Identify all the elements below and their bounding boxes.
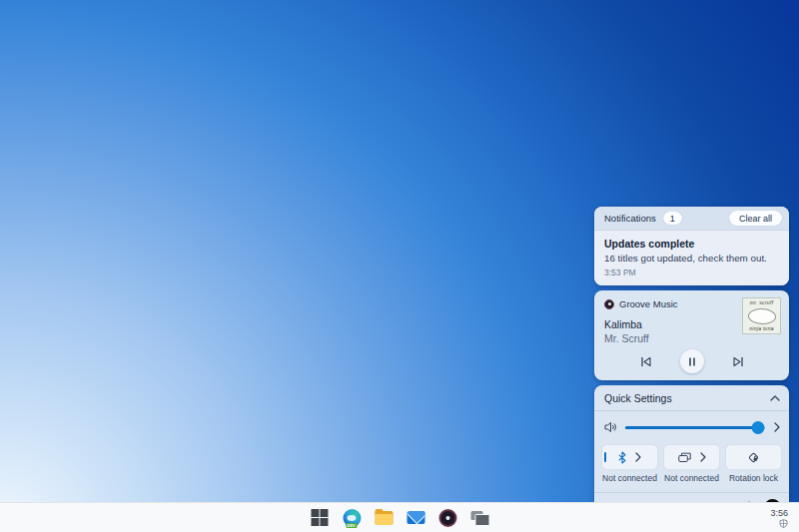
notifications-title: Notifications [604, 213, 656, 224]
edge-dev-button[interactable]: DEV [343, 508, 362, 527]
task-view-button[interactable] [470, 508, 489, 527]
taskbar-center-icons: DEV [311, 503, 489, 532]
system-tray[interactable]: 3:56 [770, 503, 790, 532]
cast-tile: Not connected [664, 445, 719, 483]
rotation-lock-tile: Rotation lock [726, 445, 781, 483]
shield-icon[interactable] [779, 519, 788, 528]
album-art: mr. scruff ninja tuna [742, 297, 781, 334]
groove-music-icon [604, 299, 614, 309]
task-view-icon [471, 511, 488, 524]
previous-icon [640, 356, 652, 367]
rotation-lock-icon [747, 451, 760, 464]
notification-body: 16 titles got updated, check them out. [604, 253, 779, 264]
volume-row [594, 411, 789, 442]
pause-button[interactable] [680, 349, 704, 373]
cast-icon [678, 452, 691, 463]
notification-item[interactable]: Updates complete 16 titles got updated, … [594, 230, 789, 285]
next-track-button[interactable] [732, 356, 744, 367]
next-icon [732, 356, 744, 367]
cast-button[interactable] [664, 445, 719, 469]
mail-icon [406, 511, 424, 524]
rotation-lock-button[interactable] [726, 445, 781, 469]
bluetooth-icon [618, 451, 626, 464]
quick-settings-header: Quick Settings [594, 385, 789, 411]
groove-music-icon [438, 509, 456, 527]
mail-button[interactable] [406, 508, 425, 527]
cast-label: Not connected [664, 473, 719, 483]
media-card: Groove Music Kalimba Mr. Scruff mr. scru… [594, 290, 789, 380]
bluetooth-tile: Not connected [602, 445, 657, 483]
quick-settings-title: Quick Settings [604, 392, 672, 404]
folder-icon [375, 511, 393, 525]
quick-settings-buttons: Not connected Not connected [594, 442, 789, 483]
edge-dev-badge: DEV [346, 523, 357, 528]
speaker-icon [604, 421, 617, 433]
bluetooth-flyout-chevron-icon[interactable] [635, 452, 641, 462]
media-app-name: Groove Music [619, 298, 678, 309]
album-art-blob [748, 308, 776, 324]
notifications-card: Notifications 1 Clear all Updates comple… [594, 207, 789, 285]
volume-slider-thumb[interactable] [752, 421, 765, 434]
clear-all-button[interactable]: Clear all [729, 211, 782, 226]
focus-indicator [604, 452, 606, 462]
media-controls [604, 349, 779, 373]
notification-time: 3:53 PM [604, 267, 779, 277]
album-art-line2: ninja tuna [749, 326, 774, 331]
notifications-header: Notifications 1 Clear all [594, 207, 789, 230]
edge-icon: DEV [343, 509, 361, 527]
clock[interactable]: 3:56 [770, 508, 788, 518]
windows-logo-icon [311, 509, 329, 527]
file-explorer-button[interactable] [375, 508, 394, 527]
volume-slider[interactable] [625, 421, 765, 433]
volume-slider-fill [625, 426, 758, 429]
previous-track-button[interactable] [640, 356, 652, 367]
bluetooth-label: Not connected [602, 473, 657, 483]
collapse-button[interactable] [770, 395, 780, 401]
bluetooth-button[interactable] [602, 445, 657, 469]
action-center-panel: Notifications 1 Clear all Updates comple… [594, 207, 789, 522]
taskbar: DEV 3:56 [0, 502, 799, 532]
groove-music-button[interactable] [438, 508, 457, 527]
desktop: Notifications 1 Clear all Updates comple… [0, 0, 799, 532]
cast-flyout-chevron-icon[interactable] [700, 452, 706, 462]
volume-flyout-chevron-icon[interactable] [774, 422, 780, 432]
album-art-line1: mr. scruff [750, 300, 774, 305]
notifications-count-badge: 1 [663, 212, 682, 225]
notification-title: Updates complete [604, 238, 779, 250]
rotation-lock-label: Rotation lock [729, 473, 778, 483]
chevron-up-icon [770, 395, 780, 401]
start-button[interactable] [311, 508, 330, 527]
pause-icon [688, 357, 696, 366]
